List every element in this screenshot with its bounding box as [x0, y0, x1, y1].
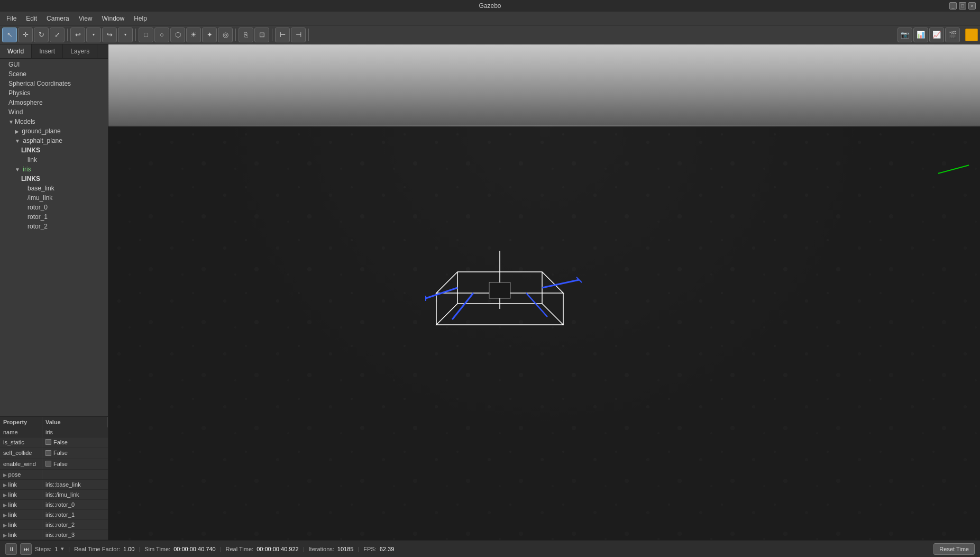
undo-button[interactable]: ↩ — [70, 28, 85, 42]
left-panel: World Insert Layers GUI Scene Spherical … — [0, 44, 108, 540]
step-button[interactable]: ⏭ — [20, 543, 32, 555]
tree-item-link-asphalt[interactable]: link — [0, 155, 108, 165]
prop-row-link-rotor0[interactable]: link iris::rotor_0 — [0, 500, 108, 510]
sim-time-label: Sim Time: — [144, 546, 170, 552]
prop-link-base-value: iris::base_link — [42, 480, 108, 489]
paste-button[interactable]: ⊡ — [254, 28, 269, 42]
prop-pose-label: pose — [0, 470, 42, 479]
redo-dropdown-button[interactable]: ▾ — [118, 28, 133, 42]
material-button[interactable] — [965, 29, 978, 41]
prop-row-link-rotor3[interactable]: link iris::rotor_3 — [0, 530, 108, 540]
pause-button[interactable]: ⏸ — [5, 543, 17, 555]
menu-camera[interactable]: Camera — [42, 13, 74, 24]
status-sep-1: | — [68, 546, 70, 552]
insert-sphere-button[interactable]: ○ — [154, 28, 169, 42]
scale-tool-button[interactable]: ⤢ — [50, 28, 65, 42]
close-button[interactable]: × — [968, 2, 976, 10]
tree-item-gui[interactable]: GUI — [0, 60, 108, 69]
prop-is-static-value[interactable]: False — [42, 437, 108, 448]
align-left-button[interactable]: ⊢ — [275, 28, 290, 42]
reset-time-button[interactable]: Reset Time — [933, 543, 975, 555]
translate-tool-button[interactable]: ✛ — [18, 28, 33, 42]
menu-file[interactable]: File — [2, 13, 21, 24]
insert-cylinder-button[interactable]: ⬡ — [170, 28, 185, 42]
insert-box-button[interactable]: □ — [139, 28, 153, 42]
screenshot-button[interactable]: 📷 — [897, 28, 912, 42]
rotate-tool-button[interactable]: ↻ — [34, 28, 49, 42]
menu-window[interactable]: Window — [98, 13, 129, 24]
fps-value: 62.39 — [380, 546, 395, 552]
menu-view[interactable]: View — [75, 13, 97, 24]
log-button[interactable]: 📊 — [913, 28, 928, 42]
fps-label: FPS: — [363, 546, 376, 552]
svg-rect-13 — [489, 282, 510, 298]
redo-button[interactable]: ↪ — [102, 28, 117, 42]
tree-item-ground-plane[interactable]: ▶ ground_plane — [0, 126, 108, 136]
menu-edit[interactable]: Edit — [22, 13, 41, 24]
prop-name-value: iris — [42, 427, 108, 437]
tree-panel[interactable]: GUI Scene Spherical Coordinates Physics … — [0, 59, 108, 416]
steps-label: Steps: — [35, 546, 51, 552]
toolbar-sep-3 — [235, 29, 236, 41]
properties-panel: Property Value name iris is_static False… — [0, 416, 108, 541]
prop-link-rotor3-label: link — [0, 530, 42, 540]
viewport[interactable] — [108, 44, 980, 540]
app-title: Gazebo — [479, 2, 501, 10]
real-time-factor-label: Real Time Factor: — [74, 546, 120, 552]
svg-line-12 — [526, 293, 547, 317]
prop-enable-wind-value[interactable]: False — [42, 459, 108, 470]
snap-button[interactable]: ⊣ — [291, 28, 306, 42]
tree-item-rotor-0[interactable]: rotor_0 — [0, 203, 108, 212]
tree-item-physics[interactable]: Physics — [0, 88, 108, 98]
menu-help[interactable]: Help — [130, 13, 151, 24]
prop-enable-wind-label: enable_wind — [0, 459, 42, 470]
sim-time-value: 00:00:00:40.740 — [173, 546, 216, 552]
steps-arrow[interactable]: ▾ — [61, 545, 64, 552]
tree-item-rotor-2[interactable]: rotor_2 — [0, 222, 108, 231]
prop-row-link-base[interactable]: link iris::base_link — [0, 480, 108, 490]
tree-item-iris[interactable]: ▼ iris — [0, 165, 108, 174]
undo-dropdown-button[interactable]: ▾ — [86, 28, 101, 42]
left-tabs: World Insert Layers — [0, 44, 108, 59]
tab-insert[interactable]: Insert — [32, 44, 63, 58]
insert-dir-light-button[interactable]: ✦ — [202, 28, 217, 42]
prop-link-rotor1-value: iris::rotor_1 — [42, 510, 108, 519]
title-bar-controls[interactable]: _ □ × — [949, 2, 976, 10]
status-sep-4: | — [303, 546, 305, 552]
prop-row-link-rotor1[interactable]: link iris::rotor_1 — [0, 510, 108, 520]
prop-self-collide-value[interactable]: False — [42, 448, 108, 459]
tree-item-imu-link[interactable]: /imu_link — [0, 193, 108, 203]
prop-row-pose[interactable]: pose — [0, 470, 108, 480]
prop-pose-value — [42, 470, 108, 479]
tree-item-links-iris: LINKS — [0, 174, 108, 184]
copy-button[interactable]: ⎘ — [239, 28, 253, 42]
prop-link-base-label: link — [0, 480, 42, 489]
status-sep-2: | — [139, 546, 140, 552]
video-button[interactable]: 🎬 — [945, 28, 960, 42]
prop-link-rotor1-label: link — [0, 510, 42, 519]
plot-button[interactable]: 📈 — [929, 28, 944, 42]
prop-row-name: name iris — [0, 427, 108, 437]
toolbar-sep-1 — [67, 29, 68, 41]
tree-item-spherical[interactable]: Spherical Coordinates — [0, 79, 108, 88]
minimize-button[interactable]: _ — [949, 2, 957, 10]
tree-item-wind[interactable]: Wind — [0, 107, 108, 117]
tab-layers[interactable]: Layers — [63, 44, 97, 58]
tree-item-links-asphalt: LINKS — [0, 145, 108, 155]
tree-item-asphalt-plane[interactable]: ▼ asphalt_plane — [0, 136, 108, 145]
iterations-label: Iterations: — [309, 546, 334, 552]
tree-item-rotor-1[interactable]: rotor_1 — [0, 212, 108, 222]
select-tool-button[interactable]: ↖ — [2, 28, 17, 42]
tree-item-models[interactable]: ▼Models — [0, 117, 108, 126]
tab-world[interactable]: World — [0, 44, 32, 58]
toolbar: ↖ ✛ ↻ ⤢ ↩ ▾ ↪ ▾ □ ○ ⬡ ☀ ✦ ◎ ⎘ ⊡ ⊢ ⊣ 📷 📊 … — [0, 25, 980, 44]
insert-spot-light-button[interactable]: ◎ — [218, 28, 233, 42]
tree-item-base-link[interactable]: base_link — [0, 184, 108, 193]
insert-point-light-button[interactable]: ☀ — [186, 28, 201, 42]
svg-line-9 — [542, 280, 579, 288]
tree-item-atmosphere[interactable]: Atmosphere — [0, 98, 108, 107]
prop-row-link-rotor2[interactable]: link iris::rotor_2 — [0, 520, 108, 530]
prop-row-link-imu[interactable]: link iris::/imu_link — [0, 490, 108, 500]
maximize-button[interactable]: □ — [959, 2, 966, 10]
tree-item-scene[interactable]: Scene — [0, 69, 108, 79]
